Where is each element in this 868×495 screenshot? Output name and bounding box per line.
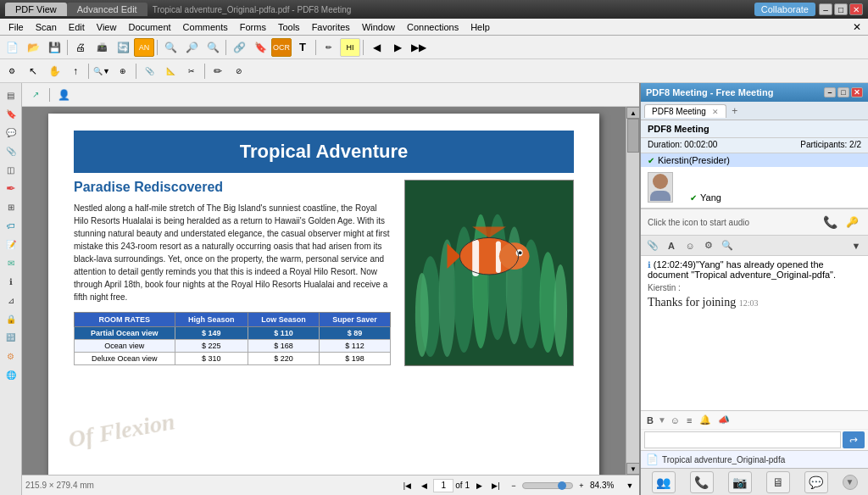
next-page-btn[interactable]: ▶ [471, 479, 487, 492]
ci-bold-btn[interactable]: B [644, 415, 656, 425]
tb-hand-btn[interactable]: ✋ [44, 62, 64, 81]
collaborate-btn[interactable]: Collaborate [754, 3, 815, 16]
sidebar-security-icon[interactable]: 🔒 [3, 310, 19, 327]
participant-kierstin[interactable]: ✔ Kierstin(Presider) [641, 153, 868, 167]
scroll-track[interactable] [626, 119, 639, 463]
meeting-max-btn[interactable]: □ [837, 87, 849, 97]
tb-zoom-out-btn[interactable]: 🔍 [160, 38, 181, 57]
ci-more-btn[interactable]: ≡ [684, 415, 694, 425]
chat-font-icon[interactable]: A [663, 238, 680, 253]
zoom-thumb[interactable] [558, 481, 566, 490]
sidebar-tag-icon[interactable]: 🏷 [3, 217, 19, 234]
participant-yang[interactable]: ✔ Yang [683, 191, 865, 204]
tb-scan-btn[interactable]: 📠 [92, 38, 112, 57]
maximize-btn[interactable]: □ [834, 3, 848, 15]
tb-zoom2-btn[interactable]: ⊕ [113, 62, 133, 81]
phone-icon[interactable]: 📞 [821, 213, 839, 231]
first-page-btn[interactable]: |◀ [399, 479, 415, 492]
bottom-screen-icon[interactable]: 🖥 [766, 471, 790, 493]
sidebar-compare-icon[interactable]: ⊿ [3, 292, 19, 309]
menu-window[interactable]: Window [357, 20, 400, 34]
tb-select-btn[interactable]: ⚙ [2, 62, 22, 81]
tb-forward-btn[interactable]: ▶ [387, 38, 408, 57]
sidebar-thumbnail-icon[interactable]: ▤ [3, 86, 19, 103]
close-btn[interactable]: ✕ [849, 3, 863, 15]
pdf-nav-icon[interactable]: ↗ [25, 86, 46, 104]
tab-pdf-view[interactable]: PDF View [5, 3, 67, 16]
tb-cursor-btn[interactable]: ↑ [65, 62, 86, 81]
sidebar-sign-icon[interactable]: ✒ [3, 180, 19, 197]
menu-help[interactable]: Help [465, 20, 495, 34]
tab-advanced-edit[interactable]: Advanced Edit [67, 3, 147, 16]
sidebar-field-icon[interactable]: ⊞ [3, 198, 19, 215]
zoom-slider[interactable] [522, 482, 573, 489]
menu-file[interactable]: File [3, 20, 29, 34]
tb-ocr-btn[interactable]: OCR [271, 38, 292, 57]
page-number-input[interactable] [433, 479, 453, 492]
bottom-people-icon[interactable]: 👥 [652, 471, 676, 493]
zoom-out-btn[interactable]: − [507, 479, 520, 492]
tb-zoom-in-btn[interactable]: 🔎 [181, 38, 202, 57]
menu-view[interactable]: View [92, 20, 122, 34]
tb-back-btn[interactable]: ◀ [366, 38, 387, 57]
meeting-close-btn[interactable]: ✕ [851, 87, 863, 97]
tb-pencil-btn[interactable]: ✏ [208, 62, 228, 81]
tb-zoom-menu-btn[interactable]: 🔍▼ [92, 62, 112, 81]
chat-settings-icon[interactable]: ▼ [848, 238, 865, 253]
chat-search-icon[interactable]: 🔍 [719, 238, 736, 253]
ci-alert-btn[interactable]: 🔔 [697, 414, 714, 425]
menu-scan[interactable]: Scan [31, 20, 62, 34]
chat-attach-icon[interactable]: 📎 [644, 238, 661, 253]
bottom-phone-icon[interactable]: 📞 [690, 471, 714, 493]
pdf-main[interactable]: Tropical Adventure Paradise Rediscovered… [22, 107, 626, 475]
tb-open-btn[interactable]: 📂 [23, 38, 43, 57]
tb-clip-btn[interactable]: 📎 [139, 62, 159, 81]
chat-input-field[interactable] [644, 431, 841, 448]
menu-comments[interactable]: Comments [178, 20, 233, 34]
tb-convert-btn[interactable]: 🔄 [113, 38, 133, 57]
tb-annotate-btn[interactable]: AN [134, 38, 154, 57]
scroll-thumb[interactable] [627, 119, 639, 153]
sidebar-comment-icon[interactable]: 💬 [3, 124, 19, 141]
tb-stamp-btn[interactable]: ✏ [319, 38, 339, 57]
tb-eraser-btn[interactable]: ⊘ [229, 62, 249, 81]
tb-new-btn[interactable]: 📄 [2, 38, 22, 57]
bottom-video-icon[interactable]: 📷 [728, 471, 752, 493]
sidebar-note-icon[interactable]: 📝 [3, 236, 19, 253]
sidebar-mail-icon[interactable]: ✉ [3, 254, 19, 271]
sidebar-bookmark-icon[interactable]: 🔖 [3, 105, 19, 122]
tb-more-btn[interactable]: ▶▶ [409, 38, 429, 57]
sidebar-layer-icon[interactable]: ◫ [3, 161, 19, 178]
menu-connections[interactable]: Connections [402, 20, 464, 34]
sidebar-ocr2-icon[interactable]: 🔡 [3, 329, 19, 346]
scroll-down-btn[interactable]: ▼ [626, 463, 639, 475]
sidebar-prefs-icon[interactable]: ⚙ [3, 348, 19, 364]
bottom-scroll-btn[interactable]: ▼ [843, 475, 858, 490]
menu-edit[interactable]: Edit [64, 20, 90, 34]
chat-send-btn[interactable]: ↩ [843, 431, 865, 448]
tb-text-btn[interactable]: T [292, 38, 313, 57]
key-icon[interactable]: 🔑 [843, 213, 861, 231]
tb-redact-btn[interactable]: ✂ [181, 62, 202, 81]
tb-print-btn[interactable]: 🖨 [70, 38, 91, 57]
prev-page-btn[interactable]: ◀ [416, 479, 431, 492]
ci-emoji-btn[interactable]: ☺ [668, 415, 682, 425]
menu-forms[interactable]: Forms [235, 20, 271, 34]
menu-document[interactable]: Document [123, 20, 175, 34]
tb-snap-btn[interactable]: 📐 [160, 62, 181, 81]
last-page-btn[interactable]: ▶| [488, 479, 504, 492]
ci-notify-btn[interactable]: 📣 [715, 414, 732, 425]
chat-emoji-icon[interactable]: ☺ [682, 238, 698, 253]
sidebar-info-icon[interactable]: ℹ [3, 273, 19, 290]
menu-favorites[interactable]: Favorites [307, 20, 355, 34]
tb-bookmark-btn[interactable]: 🔖 [250, 38, 270, 57]
tb-highlight-btn[interactable]: HI [340, 38, 360, 57]
pdf-person-icon[interactable]: 👤 [53, 86, 74, 104]
scroll-up-btn[interactable]: ▲ [626, 107, 639, 119]
tab-close-icon[interactable]: ✕ [712, 108, 719, 116]
bottom-chat-icon[interactable]: 💬 [804, 471, 828, 493]
meeting-min-btn[interactable]: – [824, 87, 836, 97]
meeting-tab-main[interactable]: PDF8 Meeting ✕ [644, 104, 726, 118]
menu-tools[interactable]: Tools [273, 20, 305, 34]
zoom-dropdown-btn[interactable]: ▼ [624, 479, 636, 492]
